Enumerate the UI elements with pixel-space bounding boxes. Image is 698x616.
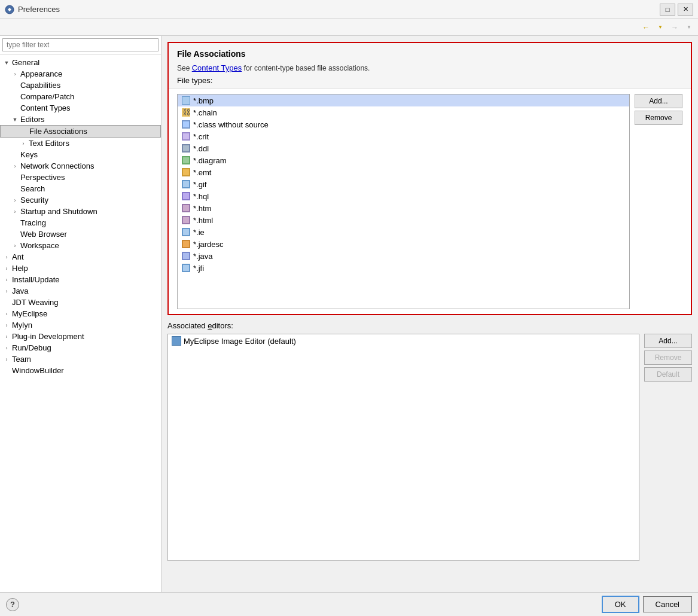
list-item[interactable]: ⛓ *.chain (178, 106, 629, 118)
list-item[interactable]: *.ie (178, 226, 629, 238)
editor-name: MyEclipse Image Editor (default) (184, 337, 296, 346)
toggle-icon: › (11, 70, 19, 78)
list-item[interactable]: *.hql (178, 190, 629, 202)
list-item[interactable]: *.htm (178, 202, 629, 214)
toggle-icon (11, 81, 19, 90)
sidebar-item-java[interactable]: › Java (0, 285, 161, 297)
sidebar-item-install-update[interactable]: › Install/Update (0, 274, 161, 285)
file-type-icon (181, 203, 191, 213)
toggle-icon: › (19, 139, 28, 148)
file-types-remove-button[interactable]: Remove (635, 111, 682, 125)
associated-editors-label: Associated editors: (167, 321, 692, 330)
file-types-add-button[interactable]: Add... (635, 94, 682, 108)
list-item[interactable]: *.jardesc (178, 238, 629, 250)
sidebar-item-workspace[interactable]: › Workspace (0, 240, 161, 251)
list-item[interactable]: *.gif (178, 178, 629, 190)
file-type-name: *.diagram (193, 156, 227, 165)
sidebar-item-mylyn[interactable]: › Mylyn (0, 319, 161, 331)
sidebar-item-capabilities[interactable]: Capabilities (0, 80, 161, 91)
sidebar-item-file-associations[interactable]: File Associations (0, 125, 161, 138)
sidebar-item-tracing[interactable]: Tracing (0, 217, 161, 228)
list-item[interactable]: *.class without source (178, 118, 629, 130)
svg-rect-8 (183, 133, 189, 139)
file-types-buttons: Add... Remove (635, 94, 682, 309)
toggle-icon: › (2, 276, 11, 284)
sidebar-item-keys[interactable]: Keys (0, 149, 161, 160)
toggle-icon: › (11, 196, 19, 205)
cancel-button[interactable]: Cancel (643, 596, 692, 612)
list-item[interactable]: *.jfi (178, 262, 629, 274)
svg-rect-16 (183, 181, 189, 187)
sidebar-item-search[interactable]: Search (0, 183, 161, 194)
sidebar-item-jdt-weaving[interactable]: JDT Weaving (0, 297, 161, 308)
toggle-icon (11, 185, 19, 193)
sidebar-item-help[interactable]: › Help (0, 263, 161, 274)
sidebar-item-label: Capabilities (20, 81, 60, 90)
list-item[interactable]: *.emt (178, 166, 629, 178)
sidebar-item-text-editors[interactable]: › Text Editors (0, 138, 161, 149)
list-item[interactable]: *.ddl (178, 142, 629, 154)
ae-buttons: Add... Remove Default (644, 334, 692, 561)
sidebar-item-label: Search (20, 184, 45, 193)
sidebar-item-appearance[interactable]: › Appearance (0, 68, 161, 80)
sidebar-item-label: Mylyn (12, 321, 32, 330)
sidebar-item-security[interactable]: › Security (0, 194, 161, 206)
sidebar-item-network-connections[interactable]: › Network Connections (0, 160, 161, 172)
ae-add-button[interactable]: Add... (644, 334, 692, 348)
file-type-icon: ⛓ (181, 108, 191, 117)
ok-button[interactable]: OK (602, 596, 639, 613)
sidebar-item-plug-in-development[interactable]: › Plug-in Development (0, 331, 161, 342)
list-item[interactable]: *.bmp (178, 94, 629, 106)
forward-button[interactable]: → (668, 21, 681, 34)
close-button[interactable]: ✕ (678, 4, 693, 16)
sidebar-item-run-debug[interactable]: › Run/Debug (0, 342, 161, 353)
sidebar-item-label: Content Types (20, 103, 71, 112)
sidebar-item-label: Security (20, 196, 48, 205)
toggle-icon: › (2, 344, 11, 352)
content-types-link[interactable]: Content Types (192, 63, 242, 72)
sidebar-item-myeclipse[interactable]: › MyEclipse (0, 308, 161, 319)
file-type-name: *.gif (193, 180, 206, 189)
ae-remove-button[interactable]: Remove (644, 350, 692, 365)
list-item[interactable]: *.html (178, 214, 629, 226)
sidebar-item-content-types[interactable]: Content Types (0, 102, 161, 114)
sidebar-item-editors[interactable]: ▼ Editors (0, 114, 161, 125)
sidebar-item-label: JDT Weaving (12, 298, 59, 307)
file-type-name: *.html (193, 216, 213, 225)
sidebar-item-label: Network Connections (20, 161, 95, 170)
sidebar-item-startup-shutdown[interactable]: › Startup and Shutdown (0, 206, 161, 217)
list-item[interactable]: *.crit (178, 130, 629, 142)
back-dropdown-button[interactable]: ▼ (654, 21, 667, 34)
forward-dropdown-button[interactable]: ▼ (682, 21, 696, 34)
list-item[interactable]: *.java (178, 250, 629, 262)
sidebar-item-label: MyEclipse (12, 309, 47, 318)
ae-default-button[interactable]: Default (644, 367, 692, 382)
file-type-name: *.hql (193, 192, 209, 201)
filter-input[interactable] (2, 38, 159, 51)
file-type-name: *.bmp (193, 96, 214, 105)
list-item[interactable]: *.diagram (178, 154, 629, 166)
file-types-list[interactable]: *.bmp ⛓ *.chain *.class without source (177, 94, 630, 309)
svg-text:⛓: ⛓ (182, 108, 190, 117)
file-type-name: *.chain (193, 108, 217, 117)
list-item[interactable]: MyEclipse Image Editor (default) (168, 334, 639, 347)
sidebar-item-ant[interactable]: › Ant (0, 251, 161, 263)
sidebar-item-window-builder[interactable]: WindowBuilder (0, 365, 161, 376)
file-type-icon (181, 179, 191, 189)
back-button[interactable]: ← (639, 21, 653, 34)
editors-list[interactable]: MyEclipse Image Editor (default) (167, 334, 639, 561)
sidebar-item-web-browser[interactable]: Web Browser (0, 228, 161, 240)
sidebar-item-team[interactable]: › Team (0, 353, 161, 365)
sidebar-item-general[interactable]: ▼ General (0, 57, 161, 68)
toggle-icon: › (11, 208, 19, 216)
sidebar-item-compare-patch[interactable]: Compare/Patch (0, 91, 161, 102)
help-button[interactable]: ? (6, 598, 19, 611)
minimize-button[interactable]: □ (660, 4, 675, 16)
file-type-name: *.ie (193, 228, 205, 237)
file-type-name: *.ddl (193, 144, 209, 153)
app-title: Preferences (18, 5, 660, 14)
ae-body: MyEclipse Image Editor (default) Add... … (167, 334, 692, 561)
file-type-icon (181, 120, 191, 129)
svg-rect-26 (183, 241, 189, 247)
sidebar-item-perspectives[interactable]: Perspectives (0, 172, 161, 183)
